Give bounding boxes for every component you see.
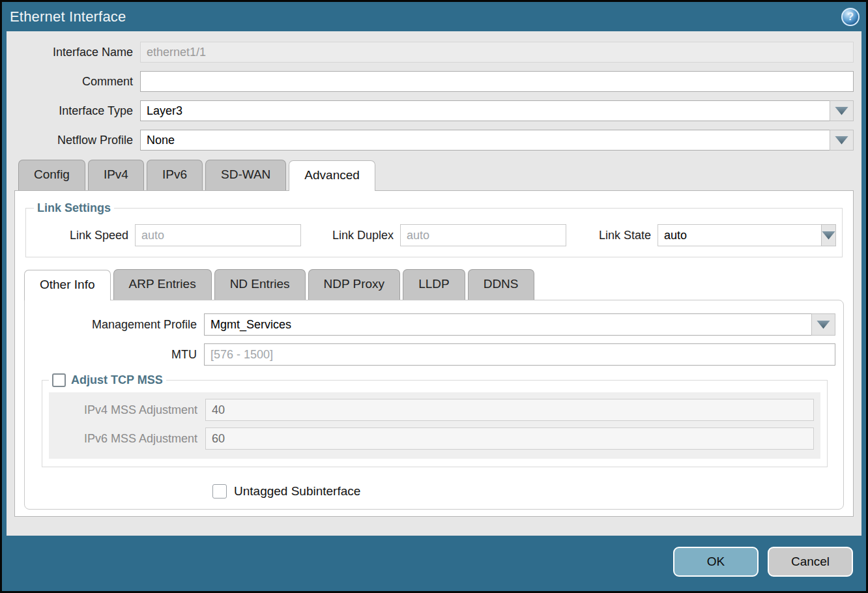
interface-name-label: Interface Name: [14, 46, 140, 59]
link-duplex-label: Link Duplex: [332, 229, 400, 242]
link-speed-field[interactable]: [135, 224, 301, 246]
ipv4-mss-row: IPv4 MSS Adjustment: [49, 399, 820, 421]
title-bar: Ethernet Interface ?: [2, 2, 866, 31]
management-profile-field[interactable]: [204, 313, 811, 336]
footer-button-bar: OK Cancel: [673, 547, 853, 577]
other-info-panel: Management Profile MTU Adjust: [24, 300, 844, 510]
netflow-profile-dropdown: [140, 130, 854, 151]
chevron-down-icon: [835, 136, 848, 145]
management-profile-label: Management Profile: [33, 318, 204, 332]
cancel-button[interactable]: Cancel: [768, 547, 853, 577]
inner-tab-bar: Other Info ARP Entries ND Entries NDP Pr…: [24, 269, 844, 300]
dialog-body: Interface Name Comment Interface Type Ne…: [7, 31, 861, 536]
ipv4-mss-field: [205, 399, 814, 421]
tab-ndp-proxy[interactable]: NDP Proxy: [308, 269, 401, 300]
interface-name-field: [140, 42, 854, 63]
tab-advanced[interactable]: Advanced: [289, 160, 375, 191]
chevron-down-icon: [835, 107, 848, 115]
adjust-tcp-mss-fieldset: Adjust TCP MSS IPv4 MSS Adjustment IPv6 …: [42, 373, 828, 467]
ethernet-interface-dialog: Ethernet Interface ? Interface Name Comm…: [0, 0, 868, 593]
comment-row: Comment: [14, 71, 854, 92]
netflow-profile-label: Netflow Profile: [14, 134, 140, 147]
interface-name-row: Interface Name: [14, 42, 854, 63]
tab-arp-entries[interactable]: ARP Entries: [113, 269, 212, 300]
link-state-dropdown-button[interactable]: [821, 224, 836, 246]
mtu-field[interactable]: [204, 343, 835, 366]
ipv6-mss-row: IPv6 MSS Adjustment: [49, 427, 820, 450]
link-settings-row: Link Speed Link Duplex Link State: [34, 224, 834, 246]
interface-type-dropdown-button[interactable]: [830, 100, 854, 121]
tab-ddns[interactable]: DDNS: [468, 269, 534, 300]
ipv6-mss-field: [205, 427, 814, 450]
adjust-tcp-mss-legend: Adjust TCP MSS: [49, 373, 166, 387]
link-settings-fieldset: Link Settings Link Speed Link Duplex Lin…: [25, 201, 843, 257]
mtu-label: MTU: [33, 348, 204, 362]
chevron-down-icon: [817, 321, 830, 329]
ok-button[interactable]: OK: [673, 547, 759, 577]
untagged-subinterface-checkbox[interactable]: [212, 484, 227, 499]
tab-config[interactable]: Config: [18, 160, 85, 190]
netflow-profile-field[interactable]: [140, 130, 830, 151]
interface-type-label: Interface Type: [14, 104, 140, 118]
link-state-label: Link State: [599, 229, 658, 242]
advanced-tab-panel: Link Settings Link Speed Link Duplex Lin…: [14, 190, 854, 517]
link-duplex-field[interactable]: [400, 224, 566, 246]
untagged-subinterface-label: Untagged Subinterface: [234, 484, 360, 499]
comment-label: Comment: [14, 75, 140, 89]
management-profile-dropdown: [204, 313, 835, 336]
ipv6-mss-label: IPv6 MSS Adjustment: [49, 432, 205, 446]
tab-sdwan[interactable]: SD-WAN: [205, 160, 286, 190]
mtu-row: MTU: [33, 343, 835, 366]
netflow-profile-dropdown-button[interactable]: [830, 130, 854, 151]
comment-field[interactable]: [140, 71, 854, 92]
management-profile-dropdown-button[interactable]: [811, 313, 835, 336]
main-tab-bar: Config IPv4 IPv6 SD-WAN Advanced: [14, 160, 854, 190]
adjust-tcp-mss-checkbox[interactable]: [52, 373, 66, 387]
link-settings-legend: Link Settings: [34, 201, 114, 215]
management-profile-row: Management Profile: [33, 313, 835, 336]
interface-type-field[interactable]: [140, 100, 830, 121]
interface-type-row: Interface Type: [14, 100, 854, 121]
dialog-title: Ethernet Interface: [10, 8, 126, 25]
link-speed-label: Link Speed: [34, 229, 135, 242]
chevron-down-icon: [822, 231, 835, 240]
interface-type-dropdown: [140, 100, 854, 121]
tab-ipv4[interactable]: IPv4: [88, 160, 144, 190]
untagged-subinterface-row: Untagged Subinterface: [212, 484, 835, 499]
mss-disabled-area: IPv4 MSS Adjustment IPv6 MSS Adjustment: [49, 392, 820, 459]
tab-lldp[interactable]: LLDP: [403, 269, 465, 300]
netflow-profile-row: Netflow Profile: [14, 130, 854, 151]
adjust-tcp-mss-legend-text: Adjust TCP MSS: [71, 373, 163, 387]
link-state-dropdown: [658, 224, 822, 246]
link-state-group: Link State: [599, 224, 822, 246]
tab-other-info[interactable]: Other Info: [24, 270, 111, 300]
link-state-field[interactable]: [658, 224, 821, 246]
tab-ipv6[interactable]: IPv6: [147, 160, 203, 190]
tab-nd-entries[interactable]: ND Entries: [214, 269, 306, 300]
ipv4-mss-label: IPv4 MSS Adjustment: [49, 403, 205, 417]
help-icon[interactable]: ?: [841, 8, 860, 26]
